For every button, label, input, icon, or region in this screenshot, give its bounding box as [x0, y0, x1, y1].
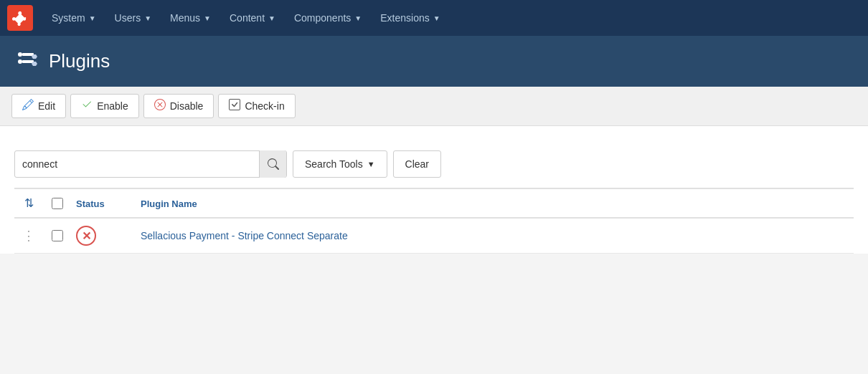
toolbar: Edit Enable Disable Check-in [0, 87, 868, 126]
nav-caret-components: ▼ [354, 14, 362, 22]
disable-icon [154, 99, 166, 113]
nav-label-menus: Menus [170, 12, 200, 24]
search-submit-button[interactable] [259, 150, 286, 178]
page-plugin-icon [14, 47, 37, 75]
table-row: ⋮ ✕ Sellacious Payment - Stripe Connect … [14, 219, 854, 254]
col-status-header: Status [72, 198, 136, 209]
row-name-col: Sellacious Payment - Stripe Connect Sepa… [136, 230, 854, 241]
checkin-label: Check-in [245, 100, 284, 112]
top-nav: System▼Users▼Menus▼Content▼Components▼Ex… [0, 0, 868, 36]
edit-label: Edit [38, 100, 55, 112]
nav-label-users: Users [115, 12, 141, 24]
enable-icon [81, 99, 93, 113]
row-checkbox[interactable] [52, 230, 63, 241]
nav-caret-menus: ▼ [204, 14, 211, 22]
table-header: ⇅ Status Plugin Name [14, 188, 854, 219]
svg-rect-2 [22, 53, 34, 56]
row-check-col [43, 230, 72, 241]
clear-button[interactable]: Clear [393, 150, 441, 178]
status-disabled-icon[interactable]: ✕ [76, 226, 96, 246]
search-tools-button[interactable]: Search Tools ▼ [293, 150, 387, 178]
nav-item-components[interactable]: Components▼ [286, 6, 370, 29]
search-bar: Search Tools ▼ Clear [14, 140, 854, 188]
nav-caret-extensions: ▼ [433, 14, 440, 22]
disable-label: Disable [170, 100, 204, 112]
plugin-name-link[interactable]: Sellacious Payment - Stripe Connect Sepa… [141, 230, 348, 241]
nav-item-menus[interactable]: Menus▼ [161, 6, 220, 29]
joomla-logo[interactable] [7, 5, 33, 31]
table-rows: ⋮ ✕ Sellacious Payment - Stripe Connect … [14, 219, 854, 254]
nav-label-components: Components [294, 12, 351, 24]
svg-point-1 [18, 59, 22, 64]
svg-rect-3 [22, 60, 34, 63]
edit-button[interactable]: Edit [11, 94, 66, 118]
table: ⇅ Status Plugin Name ⋮ ✕ [14, 188, 854, 254]
nav-label-content: Content [230, 12, 265, 24]
search-input-wrap [14, 150, 287, 178]
disable-button[interactable]: Disable [143, 94, 214, 118]
checkin-icon [229, 99, 240, 113]
page-header: Plugins [0, 36, 868, 87]
nav-caret-content: ▼ [268, 14, 275, 22]
clear-label: Clear [405, 158, 429, 170]
drag-handle-icon[interactable]: ⋮ [22, 228, 35, 244]
nav-caret-system: ▼ [89, 14, 96, 22]
checkin-button[interactable]: Check-in [218, 94, 295, 118]
nav-caret-users: ▼ [144, 14, 151, 22]
drag-handle-col: ⋮ [14, 228, 43, 244]
sort-arrows-icon[interactable]: ⇅ [24, 196, 34, 210]
enable-button[interactable]: Enable [70, 94, 139, 118]
search-tools-caret-icon: ▼ [367, 160, 375, 168]
page-title: Plugins [49, 50, 110, 72]
svg-point-0 [18, 52, 22, 57]
nav-item-users[interactable]: Users▼ [106, 6, 160, 29]
select-all-checkbox[interactable] [52, 198, 63, 209]
nav-item-system[interactable]: System▼ [43, 6, 105, 29]
nav-item-content[interactable]: Content▼ [221, 6, 284, 29]
col-sort-header: ⇅ [14, 196, 43, 210]
col-name-header: Plugin Name [136, 198, 854, 209]
row-status-col: ✕ [72, 226, 136, 246]
status-column-header-text[interactable]: Status [76, 198, 105, 209]
search-input[interactable] [15, 151, 259, 177]
nav-label-extensions: Extensions [380, 12, 429, 24]
enable-label: Enable [97, 100, 128, 112]
nav-label-system: System [52, 12, 85, 24]
nav-item-extensions[interactable]: Extensions▼ [372, 6, 448, 29]
content-area: Search Tools ▼ Clear ⇅ Status Plugin Nam… [0, 126, 868, 254]
col-select-all-header [43, 198, 72, 209]
search-tools-label: Search Tools [305, 158, 363, 170]
name-column-header-text[interactable]: Plugin Name [141, 198, 197, 209]
edit-icon [22, 99, 34, 113]
x-icon: ✕ [82, 229, 91, 243]
